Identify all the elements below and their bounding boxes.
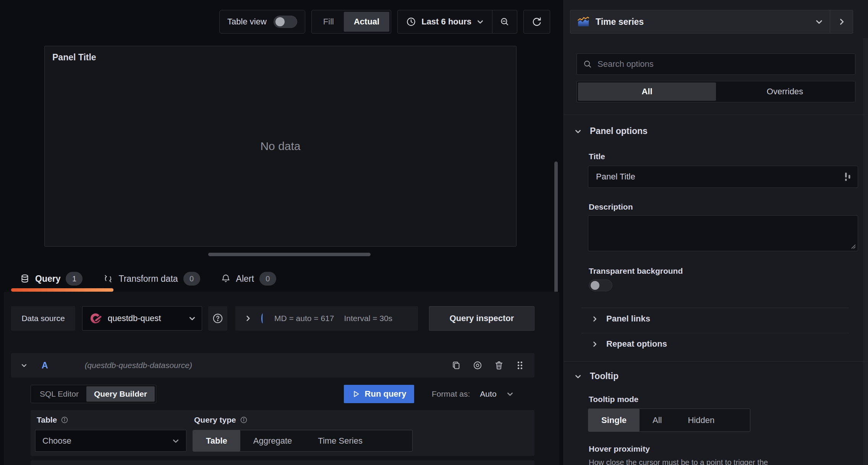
grafana-panel-editor: Table view Fill Actual Last 6 hours <box>0 0 868 465</box>
visualization-picker: Time series <box>570 10 853 34</box>
query-type-time-series[interactable]: Time Series <box>305 430 376 451</box>
tooltip-title: Tooltip <box>590 371 619 381</box>
time-range-picker[interactable]: Last 6 hours <box>398 10 492 33</box>
table-view-toggle-group: Table view <box>219 10 305 34</box>
description-field[interactable] <box>588 215 858 251</box>
delete-query-trash-icon[interactable] <box>494 360 504 370</box>
refresh-icon <box>531 16 542 27</box>
resize-handle-icon[interactable] <box>850 243 856 249</box>
tooltip-mode-single[interactable]: Single <box>588 409 640 431</box>
divider <box>581 333 849 333</box>
panel-preview: Panel Title No data <box>44 46 517 247</box>
datasource-help-button[interactable] <box>208 306 227 331</box>
format-as-control[interactable]: Format as: Auto <box>432 385 531 403</box>
format-as-value: Auto <box>480 389 496 399</box>
options-tab-overrides[interactable]: Overrides <box>716 82 854 101</box>
panel-options-title: Panel options <box>590 126 648 136</box>
next-form-section-edge <box>31 460 534 465</box>
table-select-value: Choose <box>42 436 71 446</box>
panel-options-header[interactable]: Panel options <box>575 126 648 136</box>
database-icon <box>20 274 30 284</box>
chevron-right-icon <box>591 341 598 347</box>
query-options-row[interactable]: MD = auto = 617 Interval = 30s <box>235 306 418 331</box>
options-sidebar: Time series All Overrides Panel options … <box>564 0 868 465</box>
tooltip-header[interactable]: Tooltip <box>575 371 619 381</box>
tab-transform-count: 0 <box>183 272 200 286</box>
panel-links-section[interactable]: Panel links <box>591 314 650 324</box>
table-select[interactable]: Choose <box>35 430 186 452</box>
format-as-label: Format as: <box>432 389 470 399</box>
main-vertical-scrollbar[interactable] <box>554 161 558 308</box>
repeat-options-section[interactable]: Repeat options <box>591 339 667 349</box>
interval: Interval = 30s <box>344 314 392 323</box>
tab-alert-label: Alert <box>236 274 254 284</box>
no-data-message: No data <box>45 46 516 246</box>
visualization-name: Time series <box>596 17 809 27</box>
datasource-label: Data source <box>11 306 75 331</box>
switch-knob-icon <box>591 281 599 290</box>
panel-resize-handle[interactable] <box>208 253 371 256</box>
hover-proximity-label: Hover proximity <box>589 444 650 454</box>
description-field-label: Description <box>589 202 633 212</box>
actual-option[interactable]: Actual <box>344 12 389 32</box>
editor-toolbar: Table view Fill Actual Last 6 hours <box>219 10 550 34</box>
query-row-header[interactable]: A (questdb-questdb-datasource) <box>11 353 534 378</box>
tab-query[interactable]: Query 1 <box>20 272 83 286</box>
tab-transform-data[interactable]: Transform data 0 <box>103 272 200 286</box>
cursor-mark <box>261 313 264 323</box>
chevron-right-icon <box>591 316 598 322</box>
drag-handle-icon[interactable] <box>515 360 525 370</box>
tooltip-mode-radio-group: Single All Hidden <box>588 408 750 432</box>
time-controls-group: Last 6 hours <box>397 10 517 34</box>
table-view-switch[interactable] <box>274 16 297 28</box>
duplicate-query-icon[interactable] <box>451 360 461 370</box>
query-type-aggregate[interactable]: Aggregate <box>240 430 305 451</box>
query-type-label-text: Query type <box>194 415 236 425</box>
chevron-right-icon <box>838 18 845 26</box>
hide-response-eye-icon[interactable] <box>473 360 483 370</box>
tooltip-mode-hidden[interactable]: Hidden <box>675 409 727 431</box>
table-view-label: Table view <box>227 17 267 27</box>
chevron-down-icon <box>507 391 513 397</box>
info-icon <box>240 416 248 424</box>
collapse-options-pane-button[interactable] <box>830 10 853 33</box>
panel-title-input[interactable] <box>588 166 858 187</box>
tooltip-mode-all[interactable]: All <box>640 409 675 431</box>
query-type-radio-group: Table Aggregate Time Series <box>193 430 413 452</box>
run-query-button[interactable]: Run query <box>344 385 414 403</box>
datasource-picker[interactable]: questdb-quest <box>82 306 202 331</box>
collapse-chevron-icon[interactable] <box>21 362 27 368</box>
transparent-background-switch[interactable] <box>589 279 612 291</box>
query-type-table[interactable]: Table <box>193 430 240 451</box>
tab-alert-count: 0 <box>259 272 276 286</box>
options-search[interactable] <box>577 53 855 75</box>
display-mode-group: Fill Actual <box>311 10 391 34</box>
refresh-button[interactable] <box>523 10 550 34</box>
chevron-down-icon <box>172 438 179 444</box>
tab-alert[interactable]: Alert 0 <box>221 272 276 286</box>
panel-links-label: Panel links <box>606 314 650 324</box>
editor-tabs: Query 1 Transform data 0 Alert 0 <box>20 267 276 290</box>
query-builder-mode[interactable]: Query Builder <box>86 386 155 402</box>
fill-option[interactable]: Fill <box>313 12 344 32</box>
tab-transform-label: Transform data <box>118 274 178 284</box>
switch-knob-icon <box>275 17 285 26</box>
divider <box>581 308 849 308</box>
query-type-field-label: Query type <box>194 415 248 425</box>
active-tab-indicator <box>11 288 113 292</box>
zoom-out-button[interactable] <box>492 10 517 33</box>
visualization-select[interactable]: Time series <box>570 10 830 33</box>
datasource-name: questdb-quest <box>108 313 183 323</box>
editor-mode-group: SQL Editor Query Builder <box>31 385 156 403</box>
options-tab-all[interactable]: All <box>578 82 716 101</box>
sql-editor-mode[interactable]: SQL Editor <box>32 386 86 402</box>
max-data-points: MD = auto = 617 <box>274 314 334 323</box>
tooltip-mode-label: Tooltip mode <box>589 395 638 404</box>
sidebar-scrollbar[interactable] <box>863 38 868 465</box>
tab-query-label: Query <box>35 274 60 284</box>
panel-title-field <box>588 166 858 188</box>
variable-suggestion-icon[interactable] <box>844 172 852 182</box>
zoom-out-icon <box>500 17 510 27</box>
options-search-input[interactable] <box>598 59 849 69</box>
query-inspector-button[interactable]: Query inspector <box>429 306 534 331</box>
